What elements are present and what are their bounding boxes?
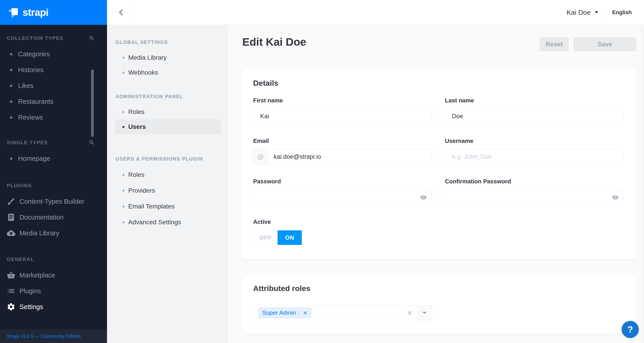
back-button[interactable] <box>107 0 136 25</box>
sidebar-item-label: Histories <box>18 66 44 74</box>
toggle-on-button[interactable]: ON <box>278 230 302 245</box>
save-button[interactable]: Save <box>574 37 636 51</box>
chevron-down-icon <box>422 312 426 314</box>
bullet-icon <box>10 116 12 119</box>
user-dropdown[interactable]: Kai Doe <box>567 8 598 16</box>
first-name-label: First name <box>253 97 432 104</box>
page-title: Edit Kai Doe <box>242 36 306 48</box>
last-name-label: Last name <box>445 97 624 104</box>
section-plugins: PLUGINS <box>7 183 100 189</box>
sidebar-item-categories[interactable]: Categories <box>0 46 107 62</box>
active-toggle: OFF ON <box>253 230 302 245</box>
reset-button[interactable]: Reset <box>540 37 569 51</box>
bullet-icon <box>122 221 124 223</box>
strapi-logo-icon <box>7 6 19 18</box>
main-nav: COLLECTION TYPES Categories Histories Li… <box>0 25 107 330</box>
field-confirmation-password: Confirmation Password <box>445 178 624 205</box>
sidebar-item-label: Categories <box>18 50 50 58</box>
main-sidebar: strapi COLLECTION TYPES Categories Histo… <box>0 0 107 343</box>
roles-multiselect[interactable]: Super Admin <box>253 305 432 320</box>
strapi-logo-text: strapi <box>22 7 48 18</box>
settings-item-label: Roles <box>128 108 144 115</box>
section-label: PLUGINS <box>7 183 32 189</box>
clear-selection-button[interactable] <box>407 310 412 316</box>
bullet-icon <box>10 100 12 103</box>
settings-item-up-roles[interactable]: Roles <box>115 167 220 183</box>
remove-role-button[interactable] <box>303 311 308 315</box>
version-link[interactable]: Strapi v3.2.5 — Community Edition <box>7 334 81 339</box>
show-confirmation-password-button[interactable] <box>612 194 619 201</box>
select-dropdown-toggle[interactable] <box>417 306 432 320</box>
sidebar-item-marketplace[interactable]: Marketplace <box>0 267 107 283</box>
email-input-group: @ <box>253 149 432 164</box>
brush-icon <box>7 197 16 206</box>
field-username: Username <box>445 137 624 164</box>
settings-item-media-library[interactable]: Media Library <box>115 50 220 65</box>
settings-item-label: Advanced Settings <box>128 219 181 226</box>
role-tag-label: Super Admin <box>262 309 296 316</box>
close-icon <box>407 313 412 317</box>
username-input[interactable] <box>445 149 624 164</box>
main-content: Edit Kai Doe Reset Save Details First na… <box>228 25 644 343</box>
sidebar-item-label: Plugins <box>20 287 41 295</box>
cloud-upload-icon <box>7 229 16 237</box>
tag-divider <box>299 310 300 316</box>
settings-item-users[interactable]: Users <box>115 119 220 134</box>
language-selector[interactable]: English <box>612 9 632 15</box>
email-input[interactable] <box>268 149 432 164</box>
settings-item-advanced-settings[interactable]: Advanced Settings <box>115 214 220 230</box>
bullet-icon <box>122 206 124 208</box>
bullet-icon <box>10 84 12 87</box>
user-name: Kai Doe <box>567 8 591 16</box>
field-active: Active OFF ON <box>253 218 626 245</box>
sidebar-item-media-library[interactable]: Media Library <box>0 225 107 241</box>
field-password: Password <box>253 178 432 205</box>
settings-item-admin-roles[interactable]: Roles <box>115 104 220 119</box>
sidebar-item-documentation[interactable]: Documentation <box>0 209 107 225</box>
sidebar-item-label: Likes <box>18 82 34 89</box>
header-divider <box>605 8 605 17</box>
settings-item-providers[interactable]: Providers <box>115 183 220 199</box>
sidebar-item-label: Documentation <box>20 214 64 221</box>
sidebar-item-homepage[interactable]: Homepage <box>0 151 107 166</box>
role-tag-super-admin: Super Admin <box>258 308 311 318</box>
show-password-button[interactable] <box>420 194 427 201</box>
bullet-icon <box>10 69 12 71</box>
strapi-logo[interactable]: strapi <box>0 0 107 25</box>
last-name-input[interactable] <box>445 109 624 124</box>
sidebar-item-label: Media Library <box>20 230 59 237</box>
first-name-input[interactable] <box>253 109 432 124</box>
search-icon[interactable] <box>89 35 95 41</box>
sidebar-item-settings[interactable]: Settings <box>0 299 107 315</box>
confirmation-password-label: Confirmation Password <box>445 178 624 185</box>
toggle-off-button[interactable]: OFF <box>253 230 278 245</box>
sidebar-item-label: Content-Types Builder <box>20 198 84 205</box>
search-icon[interactable] <box>89 140 95 146</box>
basket-icon <box>7 271 16 280</box>
settings-item-email-templates[interactable]: Email Templates <box>115 199 220 214</box>
section-label: GENERAL <box>7 256 34 262</box>
settings-section-administration: ADMINISTRATION PANEL <box>115 94 228 99</box>
section-label: COLLECTION TYPES <box>7 35 63 41</box>
scrollbar-track[interactable] <box>641 25 644 343</box>
sidebar-item-label: Restaurants <box>18 98 54 105</box>
settings-item-label: Providers <box>128 187 155 194</box>
bullet-icon <box>122 190 124 192</box>
sidebar-item-label: Marketplace <box>20 272 55 279</box>
sidebar-item-plugins[interactable]: Plugins <box>0 283 107 299</box>
sidebar-scrollbar-thumb[interactable] <box>91 69 94 137</box>
sidebar-item-content-types-builder[interactable]: Content-Types Builder <box>0 194 107 209</box>
bullet-icon <box>122 57 124 59</box>
confirmation-password-input[interactable] <box>445 190 624 205</box>
bullet-icon <box>122 72 124 74</box>
field-last-name: Last name <box>445 97 624 124</box>
close-icon <box>303 313 308 316</box>
help-button[interactable]: ? <box>622 321 639 338</box>
top-header: Kai Doe English <box>107 0 644 25</box>
password-input[interactable] <box>253 190 432 205</box>
gear-icon <box>7 303 16 311</box>
settings-item-label: Email Templates <box>128 203 175 210</box>
settings-item-webhooks[interactable]: Webhooks <box>115 65 220 80</box>
chevron-left-icon <box>118 8 125 16</box>
field-email: Email @ <box>253 137 432 164</box>
